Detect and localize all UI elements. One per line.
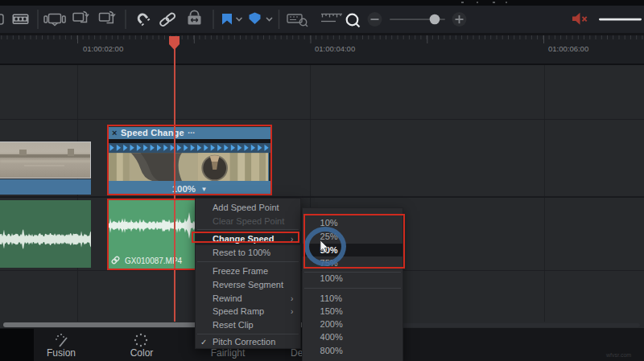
svg-text:01:00:02:00: 01:00:02:00 [83,44,123,53]
svg-text:01:00:04:00: 01:00:04:00 [315,44,355,53]
svg-text:01:00:06:00: 01:00:06:00 [548,44,588,53]
